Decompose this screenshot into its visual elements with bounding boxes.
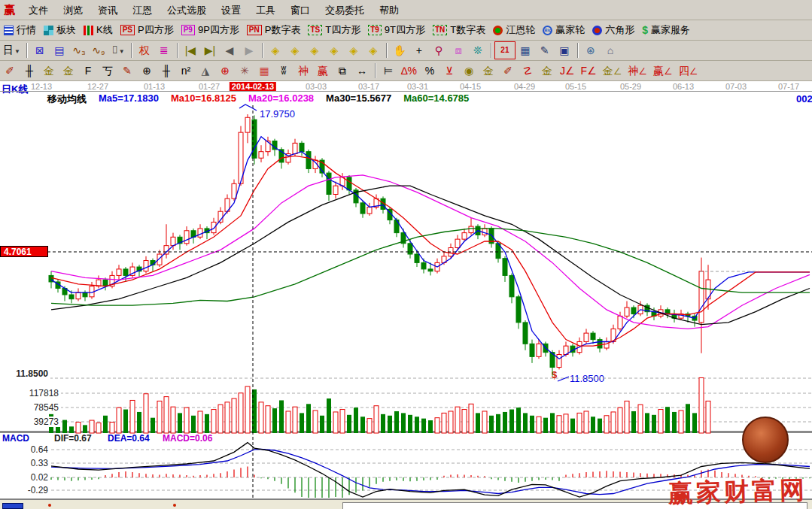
region-select-button[interactable]: ⧈	[449, 42, 468, 59]
draw-tool-1[interactable]: ╫	[20, 62, 39, 79]
gann-tool-10[interactable]: F∠	[578, 62, 600, 79]
pan-tool-button[interactable]: ✋	[390, 42, 409, 59]
volume-colors-button[interactable]: ≣	[154, 42, 174, 59]
draw-tool-17[interactable]: ⧉	[333, 62, 352, 79]
current-date-label: 2014-02-13	[230, 82, 276, 91]
draw-tool-7[interactable]: ⊕	[137, 62, 157, 79]
network-button[interactable]: ⊛	[581, 42, 601, 59]
gann-tool-9[interactable]: J∠	[557, 62, 578, 79]
menu-item-浏览[interactable]: 浏览	[56, 3, 90, 17]
macd-pane-title: MACD	[2, 433, 29, 444]
draw-tool-8[interactable]: ╫	[157, 62, 176, 79]
gann-tool-5[interactable]: 金	[479, 62, 498, 79]
draw-tool-2[interactable]: 金	[39, 62, 59, 79]
gann-tool-8[interactable]: 金	[537, 62, 557, 79]
gann-tool-4[interactable]: ◉	[459, 62, 479, 79]
draw-tool-15[interactable]: 神	[293, 62, 313, 79]
period-daily-button[interactable]: 日▼	[0, 41, 23, 60]
draw-tool-11[interactable]: ⊕	[215, 62, 235, 79]
candle-style-button[interactable]: ⌷▼	[108, 41, 128, 60]
calculator-button[interactable]: ▦	[515, 42, 535, 59]
scroll-right-button[interactable]: ▶	[239, 42, 259, 59]
gann-tool-11[interactable]: 金∠	[600, 62, 625, 79]
zoom-compress-button[interactable]: ◈	[324, 42, 344, 59]
draw-tool-16[interactable]: 赢	[313, 62, 333, 79]
draw-tool-3[interactable]: 金	[59, 62, 78, 79]
chart-area[interactable]: 日K线 12-1312-2701-1301-272014-02-1303-030…	[0, 81, 812, 499]
menu-item-设置[interactable]: 设置	[214, 3, 248, 17]
compare-3-button[interactable]: ∿₃	[69, 42, 89, 59]
date-tick-label: 03-03	[306, 82, 327, 91]
save-button[interactable]: ▣	[555, 42, 574, 59]
menu-item-江恩[interactable]: 江恩	[125, 3, 160, 17]
ma-header-title: 移动均线	[47, 92, 87, 106]
draw-tool-5[interactable]: 丂	[98, 62, 117, 79]
crosshair-tool-button[interactable]: +	[409, 42, 429, 59]
toolbar-button-赢家轮[interactable]: Big赢家轮	[539, 22, 588, 38]
gann-tool-0[interactable]: ⊨	[379, 62, 398, 79]
toolbar-button-T四方形[interactable]: TST四方形	[304, 22, 364, 38]
toolbar-button-赢家服务[interactable]: $赢家服务	[638, 22, 694, 38]
zoom-left-button[interactable]: ◈	[266, 42, 285, 59]
draw-tool-13[interactable]: ▦	[254, 62, 274, 79]
last-page-button[interactable]: ▶|	[200, 42, 220, 59]
draw-tool-4[interactable]: F	[78, 62, 98, 79]
draw-tool-6[interactable]: ✎	[117, 62, 137, 79]
rights-adjust-button[interactable]: 权	[135, 42, 154, 59]
system-button[interactable]: ⌂	[601, 42, 620, 59]
notes-button[interactable]: ✎	[535, 42, 555, 59]
menu-item-资讯[interactable]: 资讯	[90, 3, 125, 17]
menu-item-文件[interactable]: 文件	[21, 3, 56, 17]
zoom-center-button[interactable]: ◈	[344, 42, 363, 59]
info-panel-button[interactable]: ▤	[50, 42, 69, 59]
gann-tool-7[interactable]: ☡	[518, 62, 537, 79]
gann-tool-13[interactable]: 赢∠	[650, 62, 676, 79]
ma20-value: Ma20=16.0238	[248, 92, 314, 106]
gann-tool-14[interactable]: 四∠	[676, 62, 701, 79]
toolbar-button-T数字表[interactable]: TNT数字表	[429, 22, 489, 38]
magnifier-tool-button[interactable]: ⚲	[429, 42, 449, 59]
toolbar-button-9P四方形[interactable]: P99P四方形	[178, 22, 243, 38]
toolbar-button-P四方形[interactable]: PSP四方形	[117, 22, 178, 38]
menu-item-工具[interactable]: 工具	[248, 3, 283, 17]
toolbar-button-P数字表[interactable]: PNP数字表	[243, 22, 305, 38]
app-logo: 赢	[0, 3, 21, 17]
compare-9-button[interactable]: ∿₉	[89, 42, 108, 59]
gann-tool-3[interactable]: ⊻	[439, 62, 459, 79]
toolbar-button-label: 9P四方形	[198, 23, 239, 37]
toolbar-button-K线[interactable]: K线	[80, 22, 117, 38]
gann-tool-1[interactable]: ∆%	[398, 62, 420, 79]
toolbar-button-江恩轮[interactable]: 江恩轮	[489, 22, 539, 38]
toolbar-button-六角形[interactable]: 六角形	[588, 22, 638, 38]
toolbar-button-9T四方形[interactable]: T99T四方形	[364, 22, 429, 38]
menu-item-窗口[interactable]: 窗口	[283, 3, 318, 17]
badge-icon: TN	[433, 25, 447, 35]
draw-tool-14[interactable]: ʬ	[274, 62, 293, 79]
zoom-right-button[interactable]: ◈	[285, 42, 305, 59]
draw-tool-10[interactable]: ◮	[196, 62, 215, 79]
gann-tool-2[interactable]: %	[420, 62, 439, 79]
gann-tool-6[interactable]: ✐	[498, 62, 518, 79]
toolbar-button-板块[interactable]: 板块	[40, 22, 80, 38]
toolbar-button-label: 江恩轮	[506, 23, 535, 37]
draw-tool-18[interactable]: ↔	[352, 62, 372, 79]
menu-item-公式选股[interactable]: 公式选股	[160, 3, 214, 17]
gann-tool-12[interactable]: 神∠	[625, 62, 650, 79]
tile-windows-button[interactable]: ⊠	[30, 42, 50, 59]
badge-icon: P9	[181, 25, 195, 35]
zoom-all-button[interactable]: ◈	[363, 42, 383, 59]
zoom-expand-button[interactable]: ◈	[305, 42, 324, 59]
chart-toolbar: 日▼⊠▤∿₃∿₉⌷▼权≣|◀▶|◀▶◈◈◈◈◈◈✋+⚲⧈❊21▦✎▣⊛⌂	[0, 41, 812, 61]
calendar-button[interactable]: 21	[494, 41, 515, 59]
draw-tool-0[interactable]: ✐	[0, 62, 20, 79]
date-tick-label: 03-17	[358, 82, 379, 91]
status-dot-icon	[173, 504, 176, 507]
scroll-left-button[interactable]: ◀	[220, 42, 239, 59]
draw-tool-12[interactable]: ✳	[235, 62, 254, 79]
draw-tool-9[interactable]: n²	[176, 62, 196, 79]
menu-item-交易委托[interactable]: 交易委托	[318, 3, 372, 17]
menu-item-帮助[interactable]: 帮助	[372, 3, 406, 17]
toolbar-button-行情[interactable]: 行情	[0, 22, 40, 38]
pattern-tool-button[interactable]: ❊	[468, 42, 488, 59]
first-page-button[interactable]: |◀	[181, 42, 200, 59]
